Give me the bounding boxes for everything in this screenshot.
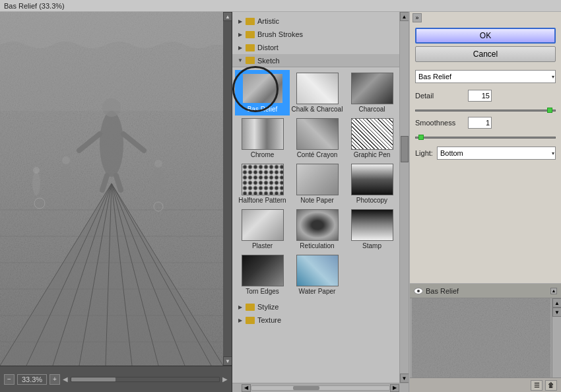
bottom-preview-scroll[interactable]: ▲ ▼ [552,298,561,377]
svg-point-27 [153,166,164,195]
filter-scroll-down[interactable]: ▼ [400,374,409,383]
light-dropdown-wrapper: Bottom Top Top Left Top Right Left Right… [437,147,556,160]
smoothness-input[interactable] [468,117,492,129]
bottom-preview-label: Bas Relief [426,287,459,295]
eye-icon[interactable] [414,288,423,294]
filter-cell-graphic-pen[interactable]: Graphic Pen [345,115,399,161]
tree-item-texture[interactable]: ▶ Texture [232,313,399,327]
filter-cell-chrome[interactable]: Chrome [235,115,290,161]
window-title: Bas Relief (33.3%) [4,2,65,10]
filter-cell-water-paper[interactable]: Water Paper [290,252,345,298]
bottom-preview-canvas [410,298,552,377]
filter-hscroll-track [251,385,390,391]
filter-name-dropdown[interactable]: Bas Relief [415,70,556,83]
tree-item-stylize[interactable]: ▶ Stylize [232,300,399,313]
filter-scroll-thumb[interactable] [401,136,409,162]
svg-rect-35 [412,298,550,377]
filter-thumb-water-paper [296,255,339,286]
zoom-display: 33.3% [17,374,47,385]
main-container: ▲ ▼ − 33.3% + ◀ ▶ ▶ [0,12,561,392]
detail-input[interactable] [468,90,492,102]
filter-hscroll-right[interactable]: ▶ [390,384,399,392]
tree-arrow-artistic: ▶ [236,17,244,25]
scroll-right-arrow[interactable]: ▶ [222,376,228,383]
double-arrow-button[interactable]: » [412,13,422,22]
tree-label-stylize: Stylize [257,303,279,311]
filter-cell-chalk-charcoal[interactable]: Chalk & Charcoal [290,70,345,115]
bottom-scroll-down[interactable]: ▼ [552,308,561,317]
zoom-plus-button[interactable]: + [50,374,60,385]
tree-label-artistic: Artistic [257,17,279,25]
filter-cell-bas-relief[interactable]: Bas Relief [235,70,290,115]
filter-name-bas-relief: Bas Relief [248,106,278,113]
preview-scroll-down[interactable]: ▼ [223,356,232,366]
delete-layer-button[interactable]: 🗑 [545,380,557,391]
scroll-left-arrow[interactable]: ◀ [63,376,68,383]
filter-cell-stamp[interactable]: Stamp [345,207,399,252]
preview-scroll-track [223,21,232,356]
bottom-preview-scroll-up[interactable]: ▲ [550,288,557,294]
tree-item-sketch[interactable]: ▼ Sketch [232,54,399,67]
zoom-minus-button[interactable]: − [4,374,15,385]
filter-hscroll-left[interactable]: ◀ [242,384,251,392]
tree-arrow-texture: ▶ [236,316,244,324]
bottom-scroll-up[interactable]: ▲ [552,298,561,308]
svg-point-19 [100,111,123,177]
filter-name-stamp: Stamp [362,242,381,249]
filter-name-torn-edges: Torn Edges [246,288,279,295]
svg-point-29 [32,172,40,195]
detail-slider-thumb[interactable] [547,108,552,113]
filter-cell-conte-crayon[interactable]: Conté Crayon [290,115,345,161]
tree-item-artistic[interactable]: ▶ Artistic [232,15,399,28]
filter-name-conte-crayon: Conté Crayon [297,151,338,158]
filter-vscroll[interactable]: ▲ ▼ [399,12,409,383]
bottom-preview-inner: ▲ ▼ [410,298,561,377]
filter-scroll-up[interactable]: ▲ [400,12,409,21]
bottom-preview-header: Bas Relief ▲ [410,284,561,298]
tree-folder-texture [246,317,255,324]
filter-thumb-photocopy [351,164,393,195]
preview-image: ▲ ▼ [0,12,232,366]
filter-panel-inner: ▶ Artistic ▶ Brush Strokes ▶ Distor [232,12,409,383]
detail-label: Detail [415,92,468,100]
filter-name-charcoal: Charcoal [358,106,385,113]
filter-name-dropdown-wrapper: Bas Relief ▾ [415,70,556,83]
filter-cell-charcoal[interactable]: Charcoal [345,70,399,115]
filter-thumb-halftone-pattern [242,164,284,195]
ok-button[interactable]: OK [415,28,556,44]
tree-item-distort[interactable]: ▶ Distort [232,41,399,54]
light-label: Light: [415,149,433,157]
panel-controls: » [410,12,561,22]
filter-cell-halftone-pattern[interactable]: Halftone Pattern [235,161,290,207]
tree-arrow-brush-strokes: ▶ [236,30,244,38]
filter-hscroll[interactable]: ◀ ▶ [232,383,409,392]
filter-cell-reticulation[interactable]: Reticulation [290,207,345,252]
tree-folder-sketch [246,57,255,64]
tree-folder-stylize [246,304,255,311]
cancel-button[interactable]: Cancel [415,46,556,62]
filter-thumb-note-paper [296,164,339,195]
filter-thumb-conte-crayon [296,118,339,150]
tree-arrow-sketch: ▼ [236,57,244,65]
filter-cell-plaster[interactable]: Plaster [235,207,290,252]
smoothness-slider-thumb[interactable] [418,135,424,140]
filter-name-plaster: Plaster [252,242,273,249]
filter-cell-photocopy[interactable]: Photocopy [345,161,399,207]
tree-item-brush-strokes[interactable]: ▶ Brush Strokes [232,28,399,41]
detail-slider[interactable] [415,110,556,112]
svg-point-28 [154,160,162,168]
bottom-controls: ☰ 🗑 [410,377,561,392]
light-dropdown[interactable]: Bottom Top Top Left Top Right Left Right… [437,147,556,160]
tree-folder-artistic [246,18,255,25]
filter-dropdown-row: Bas Relief ▾ [410,67,561,86]
preview-vscroll[interactable]: ▲ ▼ [223,12,232,366]
light-row: Light: Bottom Top Top Left Top Right Lef… [410,144,561,162]
filter-cell-note-paper[interactable]: Note Paper [290,161,345,207]
new-layer-button[interactable]: ☰ [531,380,543,391]
smoothness-slider[interactable] [415,137,556,139]
preview-scroll-up[interactable]: ▲ [223,12,232,21]
filter-hscroll-thumb[interactable] [293,386,319,390]
settings-top: OK Cancel [410,22,561,67]
filter-cell-torn-edges[interactable]: Torn Edges [235,252,290,298]
filter-thumb-graphic-pen [351,118,393,150]
